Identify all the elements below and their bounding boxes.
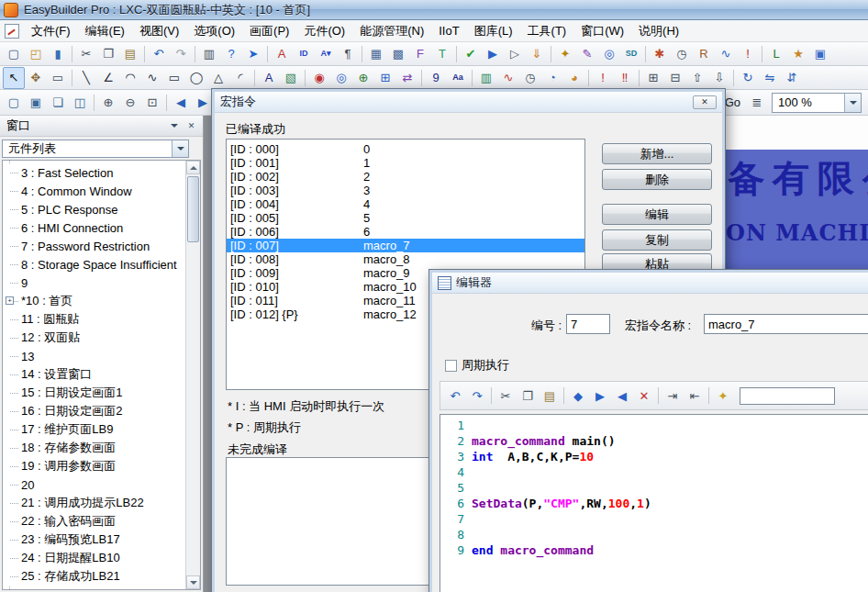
- rectangle-button[interactable]: ▭: [163, 67, 185, 89]
- scroll-down-icon[interactable]: [186, 575, 200, 589]
- delete-macro-button[interactable]: 删除: [602, 169, 712, 190]
- shape-library-button[interactable]: ★: [787, 43, 809, 65]
- build-data-button[interactable]: ✦: [554, 43, 576, 65]
- window-tree-item[interactable]: 21 : 调用成功提示LB22: [3, 494, 186, 512]
- select-button[interactable]: ↖: [3, 67, 25, 89]
- alarm-bar-button[interactable]: !: [592, 67, 614, 89]
- print-button[interactable]: ▥: [198, 43, 220, 65]
- tree-scrollbar[interactable]: [185, 161, 200, 589]
- menu-item-8[interactable]: 图库(L): [467, 20, 520, 42]
- window-tree-item[interactable]: 13: [3, 347, 186, 365]
- macro-dialog-titlebar[interactable]: 宏指令: [215, 92, 722, 113]
- menu-item-3[interactable]: 选项(O): [186, 20, 242, 42]
- bezier-button[interactable]: ◠: [119, 67, 141, 89]
- edit-macro-button[interactable]: 编辑: [602, 204, 712, 225]
- window-tree-item[interactable]: 17 : 维护页面LB9: [3, 420, 186, 439]
- macro-list-item[interactable]: [ID : 008]macro_8: [227, 252, 584, 266]
- numeric-object-button[interactable]: 9: [425, 67, 447, 89]
- cut-button[interactable]: ✂: [75, 43, 97, 65]
- panel-view-combobox[interactable]: 元件列表: [2, 140, 189, 158]
- macro-manager-button[interactable]: ✎: [576, 43, 598, 65]
- menu-item-9[interactable]: 工具(T): [520, 20, 574, 42]
- window-tree-item[interactable]: 8 : Storage Space Insufficient: [3, 255, 186, 274]
- word-lamp-button[interactable]: ◎: [330, 67, 352, 89]
- macro-list-item[interactable]: [ID : 006]6: [227, 225, 584, 239]
- text-button[interactable]: A: [258, 67, 280, 89]
- data-sampling-button[interactable]: ∿: [715, 43, 737, 65]
- panel-view-dropdown-arrow-icon[interactable]: [172, 140, 188, 157]
- window-tree-item[interactable]: 16 : 日期设定画面2: [3, 402, 186, 420]
- child-window-icon[interactable]: [5, 24, 19, 39]
- context-help-button[interactable]: ➤: [242, 43, 264, 65]
- polygon-button[interactable]: △: [207, 67, 229, 89]
- arc-button[interactable]: ◜: [229, 67, 251, 89]
- undo-button[interactable]: ↶: [444, 385, 466, 407]
- window-overlap-button[interactable]: ▩: [387, 43, 409, 65]
- keyword-search-button[interactable]: ✦: [712, 385, 734, 407]
- freehand-button[interactable]: ∿: [141, 67, 163, 89]
- picture-button[interactable]: ▧: [280, 67, 302, 89]
- comment-display-button[interactable]: ¶: [337, 43, 359, 65]
- zoom-out-button[interactable]: ⊖: [119, 92, 141, 114]
- set-word-button[interactable]: ⊞: [374, 67, 396, 89]
- help-button[interactable]: ?: [220, 43, 242, 65]
- zoom-in-button[interactable]: ⊕: [97, 92, 119, 114]
- window-tree-item[interactable]: 7 : Password Restriction: [3, 237, 186, 255]
- window-tree-item[interactable]: 3 : Fast Selection: [3, 163, 186, 182]
- redo-button[interactable]: ↷: [170, 43, 192, 65]
- macro-name-input[interactable]: [704, 314, 868, 334]
- menu-item-4[interactable]: 画面(P): [242, 20, 296, 42]
- toggle-switch-button[interactable]: ⇄: [396, 67, 418, 89]
- sd-card-button[interactable]: SD: [620, 43, 642, 65]
- copy-macro-button[interactable]: 复制: [602, 229, 712, 251]
- clear-bookmarks-button[interactable]: ✕: [633, 385, 655, 407]
- address-display-button[interactable]: A▾: [315, 43, 337, 65]
- ellipse-button[interactable]: ◯: [185, 67, 207, 89]
- tree-expand-icon[interactable]: +: [6, 296, 14, 305]
- menu-item-10[interactable]: 窗口(W): [573, 20, 631, 42]
- window-tree-item[interactable]: 11 : 圆瓶贴: [3, 310, 186, 329]
- window-tree-item[interactable]: 23 : 编码预览LB17: [3, 531, 186, 549]
- panel-close-icon[interactable]: [183, 118, 200, 134]
- window-tree-item[interactable]: 9: [3, 274, 186, 292]
- flip-vertical-button[interactable]: ⇵: [781, 67, 803, 89]
- undo-button[interactable]: ↶: [148, 43, 170, 65]
- macro-list-item[interactable]: [ID : 000]0: [227, 142, 584, 156]
- window-tree-item[interactable]: 24 : 日期提醒LB10: [3, 549, 186, 567]
- macro-dialog-close-icon[interactable]: [693, 95, 717, 109]
- window-tree-item[interactable]: 19 : 调用参数画面: [3, 457, 186, 475]
- panel-menu-icon[interactable]: [165, 118, 183, 134]
- add-macro-button[interactable]: 新增...: [602, 143, 712, 164]
- font-button[interactable]: A: [271, 43, 293, 65]
- bar-graph-button[interactable]: ▥: [475, 67, 497, 89]
- go-label[interactable]: Go: [723, 95, 742, 109]
- search-address-button[interactable]: ◎: [598, 43, 620, 65]
- scheduler-button[interactable]: ◷: [671, 43, 693, 65]
- macro-list-item[interactable]: [ID : 004]4: [227, 197, 584, 211]
- menu-item-7[interactable]: IIoT: [431, 21, 466, 40]
- copy-button[interactable]: ❐: [97, 43, 119, 65]
- ascii-object-button[interactable]: Aa: [447, 67, 469, 89]
- recipe-editor-button[interactable]: R: [693, 43, 715, 65]
- rotate-button[interactable]: ↻: [737, 67, 759, 89]
- prev-window-button[interactable]: ◀: [170, 92, 192, 114]
- open-file-button[interactable]: ◰: [25, 43, 47, 65]
- send-to-back-button[interactable]: ⇩: [708, 67, 730, 89]
- window-tree-item[interactable]: 4 : Common Window: [3, 182, 186, 200]
- polyline-button[interactable]: ∠: [97, 67, 119, 89]
- window-grid-button[interactable]: ▦: [365, 43, 387, 65]
- window-tree-item[interactable]: 18 : 存储参数画面: [3, 439, 186, 457]
- menu-item-1[interactable]: 编辑(E): [78, 20, 132, 42]
- keyword-search-input[interactable]: [740, 387, 835, 405]
- menu-item-0[interactable]: 文件(F): [24, 20, 78, 42]
- checkbox-box-icon[interactable]: [445, 360, 457, 372]
- window-tree-item[interactable]: 20: [3, 475, 186, 494]
- set-bit-button[interactable]: ⊕: [352, 67, 374, 89]
- window-tree-item[interactable]: 5 : PLC Response: [3, 200, 186, 218]
- prev-bookmark-button[interactable]: ◀: [611, 385, 633, 407]
- online-simulation-button[interactable]: ▶: [482, 43, 504, 65]
- window-tree-item[interactable]: 15 : 日期设定画面1: [3, 384, 186, 402]
- window-comment-button[interactable]: ▭: [47, 67, 69, 89]
- redo-button[interactable]: ↷: [466, 385, 488, 407]
- titlebar[interactable]: EasyBuilder Pro : LXC-双面圆瓶贴-中英文 : [10 - …: [0, 0, 868, 20]
